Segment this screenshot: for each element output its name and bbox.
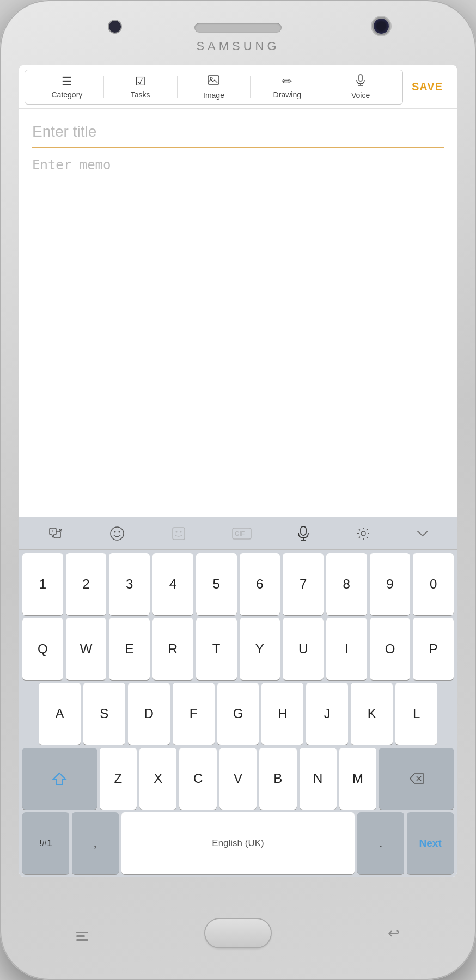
bottom-row: !#1 , English (UK) . Next xyxy=(22,812,454,874)
chevron-down-btn[interactable] xyxy=(412,527,433,540)
tool-drawing[interactable]: ✏ Drawing xyxy=(251,75,324,99)
keyboard-rows: 1 2 3 4 5 6 7 8 9 0 Q W E R T xyxy=(19,550,457,877)
key-v[interactable]: V xyxy=(219,748,257,810)
category-icon: ☰ xyxy=(62,75,72,89)
drawing-label: Drawing xyxy=(273,90,301,99)
key-w[interactable]: W xyxy=(66,618,107,680)
key-f[interactable]: F xyxy=(173,683,215,745)
tool-voice[interactable]: Voice xyxy=(324,74,397,100)
category-label: Category xyxy=(51,90,82,99)
shift-key[interactable] xyxy=(22,748,97,810)
key-n[interactable]: N xyxy=(300,748,337,810)
key-a[interactable]: A xyxy=(39,683,81,745)
svg-point-1 xyxy=(210,77,212,79)
key-r[interactable]: R xyxy=(152,618,193,680)
brand-label: SAMSUNG xyxy=(196,39,279,53)
key-3[interactable]: 3 xyxy=(109,553,150,615)
tasks-label: Tasks xyxy=(131,90,150,99)
key-g[interactable]: G xyxy=(217,683,259,745)
svg-rect-0 xyxy=(208,76,219,84)
key-q[interactable]: Q xyxy=(22,618,63,680)
keyboard-toolbar: T xyxy=(19,517,457,550)
svg-point-17 xyxy=(361,531,365,536)
key-j[interactable]: J xyxy=(306,683,348,745)
key-6[interactable]: 6 xyxy=(240,553,280,615)
key-5[interactable]: 5 xyxy=(196,553,237,615)
key-s[interactable]: S xyxy=(83,683,125,745)
key-z[interactable]: Z xyxy=(100,748,137,810)
tool-image[interactable]: Image xyxy=(178,74,251,100)
tasks-icon: ☑ xyxy=(135,75,146,89)
key-t[interactable]: T xyxy=(196,618,237,680)
asdf-row: A S D F G H J K L xyxy=(22,683,454,745)
sticker-btn[interactable] xyxy=(167,524,191,543)
phone-top: SAMSUNG xyxy=(0,0,476,65)
phone-bottom: ↩ xyxy=(0,877,476,980)
key-o[interactable]: O xyxy=(370,618,411,680)
next-key[interactable]: Next xyxy=(407,812,454,874)
key-7[interactable]: 7 xyxy=(283,553,324,615)
app-toolbar: ☰ Category ☑ Tasks xyxy=(19,65,457,109)
key-d[interactable]: D xyxy=(128,683,170,745)
key-9[interactable]: 9 xyxy=(370,553,411,615)
svg-text:GIF: GIF xyxy=(235,530,245,537)
title-input[interactable] xyxy=(32,120,444,148)
key-k[interactable]: K xyxy=(351,683,393,745)
key-b[interactable]: B xyxy=(259,748,296,810)
key-y[interactable]: Y xyxy=(240,618,280,680)
home-button[interactable] xyxy=(205,919,271,947)
image-icon xyxy=(208,74,219,89)
key-m[interactable]: M xyxy=(339,748,376,810)
tool-category[interactable]: ☰ Category xyxy=(30,75,103,99)
settings-btn[interactable] xyxy=(351,524,375,543)
svg-point-11 xyxy=(180,531,181,532)
phone-screen: ☰ Category ☑ Tasks xyxy=(19,65,457,877)
rear-camera-icon xyxy=(374,19,389,34)
key-h[interactable]: H xyxy=(261,683,303,745)
symbols-key[interactable]: !#1 xyxy=(22,812,69,874)
voice-icon xyxy=(355,74,367,89)
back-button[interactable]: ↩ xyxy=(388,925,400,942)
svg-point-6 xyxy=(111,527,124,540)
space-key[interactable]: English (UK) xyxy=(121,812,355,874)
period-key[interactable]: . xyxy=(357,812,404,874)
key-4[interactable]: 4 xyxy=(152,553,193,615)
key-i[interactable]: I xyxy=(326,618,367,680)
mic-btn[interactable] xyxy=(293,524,314,543)
recent-apps-button[interactable] xyxy=(76,930,88,942)
phone-device: SAMSUNG ☰ Category ☑ Tasks xyxy=(0,0,476,980)
key-1[interactable]: 1 xyxy=(22,553,63,615)
emoji-btn[interactable] xyxy=(105,524,129,543)
key-2[interactable]: 2 xyxy=(66,553,107,615)
key-8[interactable]: 8 xyxy=(326,553,367,615)
image-label: Image xyxy=(203,91,224,100)
svg-rect-14 xyxy=(301,526,306,535)
keyboard-area: T xyxy=(19,517,457,877)
key-c[interactable]: C xyxy=(179,748,216,810)
svg-point-10 xyxy=(175,531,177,532)
qwerty-row: Q W E R T Y U I O P xyxy=(22,618,454,680)
backspace-key[interactable] xyxy=(379,748,454,810)
key-e[interactable]: E xyxy=(109,618,150,680)
zxcv-row: Z X C V B N M xyxy=(22,748,454,810)
key-l[interactable]: L xyxy=(395,683,437,745)
key-u[interactable]: U xyxy=(283,618,324,680)
memo-input[interactable] xyxy=(32,157,444,321)
gif-btn[interactable]: GIF xyxy=(228,525,256,542)
svg-rect-9 xyxy=(173,528,185,540)
svg-text:T: T xyxy=(51,529,54,533)
key-x[interactable]: X xyxy=(139,748,176,810)
svg-point-7 xyxy=(114,531,116,532)
save-button[interactable]: SAVE xyxy=(403,81,451,93)
key-p[interactable]: P xyxy=(413,618,454,680)
drawing-icon: ✏ xyxy=(282,75,292,89)
translate-btn[interactable]: T xyxy=(43,524,68,543)
voice-label: Voice xyxy=(351,91,370,100)
svg-rect-2 xyxy=(359,75,362,81)
comma-key[interactable]: , xyxy=(72,812,119,874)
front-camera-icon xyxy=(109,21,121,33)
number-row: 1 2 3 4 5 6 7 8 9 0 xyxy=(22,553,454,615)
toolbar-tools: ☰ Category ☑ Tasks xyxy=(25,70,403,105)
key-0[interactable]: 0 xyxy=(413,553,454,615)
tool-tasks[interactable]: ☑ Tasks xyxy=(104,75,177,99)
